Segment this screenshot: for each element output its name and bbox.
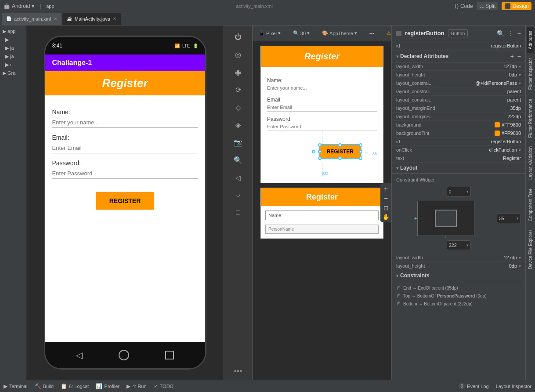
- logcat-btn[interactable]: 📋 6: Logcat: [61, 383, 89, 389]
- dropdown-arrow-2[interactable]: ▾: [519, 73, 521, 77]
- handle-br[interactable]: [359, 156, 362, 160]
- zoom-tool-btn[interactable]: 🔍: [230, 152, 246, 168]
- layout-password-label: Password:: [267, 116, 377, 122]
- search-attrs-icon[interactable]: 🔍: [497, 30, 504, 37]
- profiler-btn[interactable]: 📊 Profiler: [96, 383, 119, 389]
- tab-component-tree[interactable]: Component Tree: [527, 185, 534, 225]
- bg-color-swatch[interactable]: [495, 122, 500, 127]
- event-log-btn[interactable]: 3 Event Log: [459, 383, 489, 389]
- phone-email-input[interactable]: [52, 143, 198, 153]
- phone-name-input[interactable]: [52, 117, 198, 128]
- constraints-section-header[interactable]: ▾ Constraints: [392, 270, 525, 281]
- phone-home-btn[interactable]: [119, 350, 129, 360]
- handle-bl[interactable]: [318, 156, 322, 160]
- middle-constraint-row: + → ↓ 35 ▾: [396, 201, 521, 236]
- cw-plus-btn[interactable]: +: [414, 215, 418, 222]
- bottom-margin-arrow[interactable]: ▾: [466, 243, 469, 247]
- code-btn[interactable]: ⟨⟩ Code: [455, 3, 473, 9]
- add-attr-btn[interactable]: +: [510, 53, 514, 60]
- split-btn[interactable]: ⚏ Split: [477, 2, 499, 10]
- tab-layout-validation[interactable]: Layout Validation: [527, 143, 534, 183]
- more-tools-btn[interactable]: •••: [234, 367, 242, 376]
- design-btn[interactable]: ⬛ Design: [502, 2, 531, 10]
- build-btn[interactable]: 🔨 Build: [35, 383, 54, 389]
- lh2-arrow[interactable]: ▾: [519, 264, 521, 269]
- attributes-scroll[interactable]: id registerButton ▾ Declared Attributes …: [392, 41, 525, 380]
- bottom-margin-input[interactable]: 222 ▾: [447, 240, 471, 250]
- top-margin-arrow[interactable]: ▾: [466, 189, 469, 194]
- handle-tl[interactable]: [318, 143, 322, 147]
- right-margin-input[interactable]: 35 ▾: [497, 214, 521, 223]
- tab-device-file-explorer[interactable]: Device File Explorer: [527, 226, 534, 272]
- volume2-tool-btn[interactable]: ◉: [230, 64, 246, 80]
- camera-tool-btn[interactable]: 📷: [230, 134, 246, 150]
- constraint-widget: Constraint Widget 0 ▾ +: [392, 174, 525, 254]
- handle-mr[interactable]: →: [359, 150, 362, 153]
- tag-tool-btn[interactable]: ◈: [230, 117, 246, 133]
- dots-dropdown[interactable]: •••: [367, 30, 377, 37]
- tab-flutter-performance[interactable]: Flutter Performance: [527, 95, 534, 141]
- square-tool-btn[interactable]: □: [230, 205, 246, 221]
- circle-tool-btn[interactable]: ○: [230, 187, 246, 203]
- file-tree-item-manifests[interactable]: ▶: [0, 36, 26, 44]
- handle-tc[interactable]: [338, 143, 342, 147]
- diamond-tool-btn[interactable]: ◇: [230, 99, 246, 115]
- volume-tool-btn[interactable]: ◎: [230, 47, 246, 62]
- zoom-in-btn[interactable]: +: [382, 185, 390, 193]
- handle-bc[interactable]: [338, 156, 342, 160]
- tab-attributes[interactable]: Attributes: [527, 27, 534, 53]
- phone-register-button[interactable]: REGISTER: [96, 192, 154, 210]
- layout-email-input[interactable]: [267, 103, 377, 112]
- minimize-attrs-icon[interactable]: −: [517, 30, 521, 37]
- bgtint-color-swatch[interactable]: [495, 131, 500, 136]
- rotate-tool-btn[interactable]: ⟳: [230, 82, 246, 98]
- warn-btn[interactable]: ⚠: [384, 29, 391, 37]
- more-attrs-icon[interactable]: ⋮: [508, 30, 514, 37]
- hand-tool-btn[interactable]: ✋: [382, 213, 390, 220]
- layout-inspector-btn[interactable]: Layout Inspector: [496, 384, 531, 389]
- file-tree-item-java[interactable]: ▶ ja: [0, 44, 26, 52]
- phone-recents-btn[interactable]: [165, 351, 174, 359]
- layout-name-input[interactable]: [267, 84, 377, 92]
- tab-flutter-inspector[interactable]: Flutter Inspector: [527, 54, 534, 93]
- file-tree-item-app[interactable]: ▶ app: [0, 27, 26, 36]
- lc2-name-badge: Name:: [265, 211, 379, 220]
- layout-section-header[interactable]: ▾ Layout: [392, 163, 525, 174]
- tab-close-0[interactable]: ✕: [54, 16, 57, 21]
- top-margin-input[interactable]: 0 ▾: [447, 187, 471, 196]
- dropdown-arrow-3[interactable]: ▾: [519, 81, 521, 86]
- tab-mainactivity[interactable]: ☕ MainActivity.java ✕: [62, 13, 121, 25]
- onclick-dropdown[interactable]: ▾: [519, 148, 521, 152]
- lw2-arrow[interactable]: ▾: [519, 255, 521, 260]
- handle-tr[interactable]: [359, 143, 362, 147]
- handle-ml[interactable]: [318, 150, 322, 153]
- todo-btn[interactable]: ✓ TODO: [154, 383, 174, 389]
- right-margin-arrow[interactable]: ▾: [517, 216, 519, 221]
- section-chevron: ▾: [396, 54, 398, 59]
- zoom-dropdown[interactable]: 🔍 30 ▾: [290, 29, 312, 37]
- power-tool-btn[interactable]: ⏻: [230, 29, 246, 45]
- phone-back-btn[interactable]: ◁: [76, 350, 83, 360]
- run-btn[interactable]: ▶ 4: Run: [127, 383, 146, 389]
- dropdown-arrow[interactable]: ▾: [519, 64, 521, 69]
- tab-activity-main[interactable]: 📄 activity_main.xml ✕: [2, 13, 61, 25]
- file-tree-item-gradle[interactable]: ▶ Gra: [0, 69, 26, 77]
- component-name: registerButton: [405, 30, 445, 36]
- zoom-out-btn[interactable]: −: [382, 195, 390, 203]
- layout-password-input[interactable]: [267, 123, 377, 131]
- file-tree-item-res[interactable]: ▶ r: [0, 61, 26, 69]
- phone-password-input[interactable]: [52, 168, 198, 179]
- declared-attributes-section[interactable]: ▾ Declared Attributes + −: [392, 51, 525, 62]
- fit-screen-btn[interactable]: ⊡: [382, 204, 390, 211]
- layout-card-top: Register Name: Email: Password: 35: [260, 46, 383, 183]
- theme-dropdown[interactable]: 🎨 AppTheme ▾: [319, 29, 360, 37]
- tab-close-1[interactable]: ✕: [113, 16, 116, 21]
- back-tool-btn[interactable]: ◁: [230, 170, 246, 185]
- android-dropdown[interactable]: 🤖 Android ▾: [4, 3, 34, 9]
- terminal-btn[interactable]: ▶ Terminal: [4, 383, 28, 389]
- layout-register-button[interactable]: REGISTER →: [319, 144, 361, 159]
- component-icon: [396, 31, 401, 36]
- remove-attr-btn[interactable]: −: [517, 53, 521, 60]
- file-tree-item-java2[interactable]: ▶ ja: [0, 52, 26, 61]
- pixel-dropdown[interactable]: 📱 Pixel ▾: [256, 29, 283, 37]
